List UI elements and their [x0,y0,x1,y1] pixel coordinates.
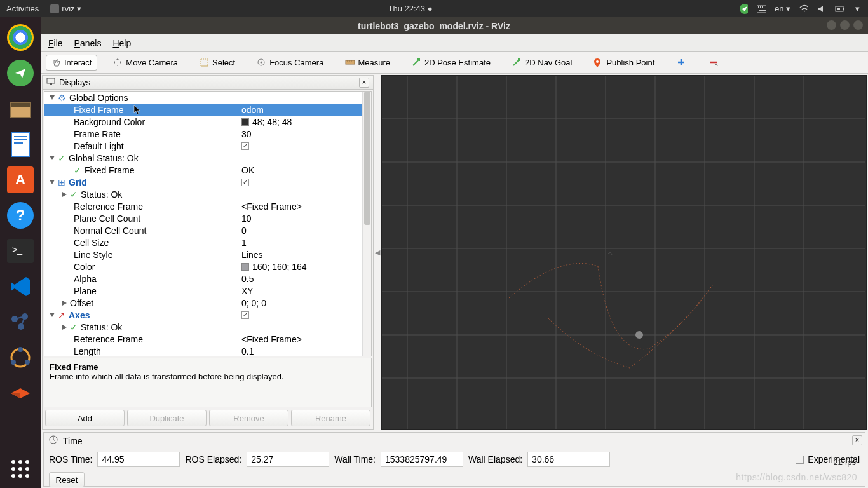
toolbar: Interact Move Camera Select Focus Camera… [41,52,868,74]
battery-icon[interactable] [835,4,844,13]
svg-rect-30 [346,60,355,64]
wifi-icon[interactable] [799,4,808,13]
wall-time-label: Wall Time: [334,454,376,464]
grid-icon: ⊞ [58,177,65,187]
check-icon: ✓ [70,322,78,332]
dock-writer-icon[interactable] [4,129,36,159]
rename-button[interactable]: Rename [291,410,370,426]
panel-close-button[interactable]: × [852,435,862,445]
description-title: Fixed Frame [50,362,98,372]
volume-icon[interactable] [817,4,826,13]
displays-title: Displays [59,78,90,87]
dock-files-icon[interactable] [4,93,36,124]
check-icon: ✓ [74,165,81,175]
dock-app3-icon[interactable] [4,378,36,409]
focus-icon [257,58,266,67]
select-tool[interactable]: Select [194,55,241,71]
color-swatch [241,118,249,126]
reset-button[interactable]: Reset [49,472,85,487]
dock-chrome-icon[interactable] [4,22,36,53]
plus-icon[interactable] [677,58,686,67]
checkbox[interactable]: ✓ [241,142,249,150]
dock-help-icon[interactable]: ? [4,200,36,231]
expand-icon[interactable] [62,325,67,330]
dock-app2-icon[interactable] [4,342,36,373]
dock-terminal-icon[interactable]: >_ [4,236,36,266]
pose-estimate-tool[interactable]: 2D Pose Estimate [406,55,496,71]
clock[interactable]: Thu 22:43 ● [81,4,739,13]
svg-point-26 [25,360,30,365]
move-camera-tool[interactable]: Move Camera [107,55,184,71]
svg-line-54 [611,252,612,255]
add-button[interactable]: Add [45,410,125,426]
gnome-topbar: Activities rviz ▾ Thu 22:43 ● en ▾ ▾ [0,0,868,17]
dock-software-icon[interactable]: A [4,165,36,195]
axes-icon: ↗ [58,310,65,320]
dock-telegram-icon[interactable] [4,58,36,88]
grid-render [382,76,866,429]
svg-point-24 [18,347,23,352]
3d-viewport[interactable] [381,75,867,430]
expand-icon[interactable] [50,180,55,184]
checkbox[interactable]: ✓ [241,179,249,186]
wall-elapsed-input[interactable] [527,452,610,467]
description-box: Fixed Frame Frame into which all data is… [44,358,372,407]
svg-rect-4 [762,6,763,8]
description-body: Frame into which all data is transformed… [50,372,284,381]
svg-rect-7 [843,8,844,10]
splitter[interactable]: ◀ [375,74,380,431]
publish-point-tool[interactable]: Publish Point [588,55,660,71]
checkbox[interactable]: ✓ [241,311,249,319]
pin-icon [593,58,603,67]
remove-button[interactable]: Remove [209,410,288,426]
move-icon [113,58,123,67]
svg-rect-13 [14,136,27,137]
wall-time-input[interactable] [381,452,463,467]
panel-close-button[interactable]: × [359,78,369,88]
ros-elapsed-input[interactable] [247,452,329,467]
displays-tree[interactable]: ⚙Global Options Fixed Frameodom Backgrou… [44,91,372,356]
interact-tool[interactable]: Interact [46,55,97,71]
expand-icon[interactable] [62,301,67,306]
svg-point-25 [11,360,16,365]
focus-camera-tool[interactable]: Focus Camera [251,55,329,71]
menu-file[interactable]: File [48,38,63,48]
expand-icon[interactable] [50,95,55,100]
experimental-checkbox[interactable] [796,456,804,464]
expand-icon[interactable] [62,192,67,197]
clock-icon [49,435,58,446]
fps-display: 22 fps [834,458,856,467]
displays-panel: Displays × ⚙Global Options Fixed Frameod… [42,75,374,430]
dock-vscode-icon[interactable] [4,271,36,302]
ruler-icon [345,58,355,67]
keyboard-icon[interactable] [757,4,766,13]
minus-icon[interactable] [709,58,719,67]
expand-icon[interactable] [50,313,55,317]
monitor-icon [46,78,55,87]
window-maximize-button[interactable] [840,20,850,30]
app-menu[interactable]: rviz ▾ [50,4,81,14]
menu-panels[interactable]: Panels [74,38,102,48]
ros-time-input[interactable] [97,452,180,467]
update-icon[interactable] [739,4,748,13]
svg-rect-2 [758,6,759,8]
svg-line-55 [608,252,611,254]
arrow-green-icon [412,58,421,67]
nav-goal-tool[interactable]: 2D Nav Goal [506,55,578,71]
tree-row-fixed-frame[interactable]: Fixed Frameodom [44,104,371,116]
svg-point-29 [261,62,262,64]
watermark: https://blog.csdn.net/wsc820 [736,472,857,482]
dock-show-apps-icon[interactable] [8,456,33,482]
menu-help[interactable]: Help [112,38,131,48]
measure-tool[interactable]: Measure [339,55,396,71]
lang-indicator[interactable]: en ▾ [775,4,790,13]
expand-icon[interactable] [50,156,55,160]
window-close-button[interactable] [853,20,863,30]
window-minimize-button[interactable] [827,20,836,30]
power-icon[interactable]: ▾ [853,4,862,13]
dock-app1-icon[interactable] [4,307,36,337]
ubuntu-dock: A ? >_ [0,17,41,488]
duplicate-button[interactable]: Duplicate [127,410,207,426]
scrollbar[interactable] [362,92,371,356]
activities-button[interactable]: Activities [6,4,39,13]
